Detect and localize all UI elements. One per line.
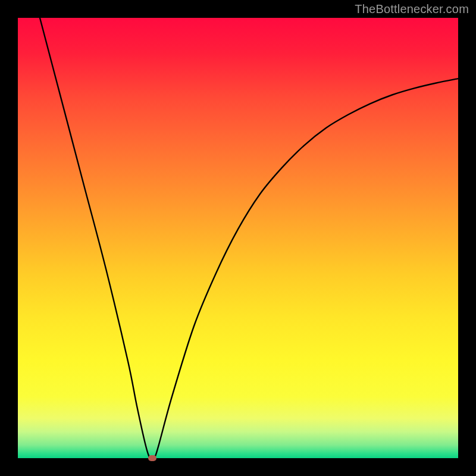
watermark-label: TheBottlenecker.com	[355, 2, 469, 16]
plot-area	[18, 18, 458, 458]
bottleneck-curve	[40, 18, 458, 460]
chart-frame: TheBottlenecker.com	[0, 0, 476, 476]
curve-svg	[18, 18, 458, 458]
optimum-marker	[148, 455, 156, 461]
